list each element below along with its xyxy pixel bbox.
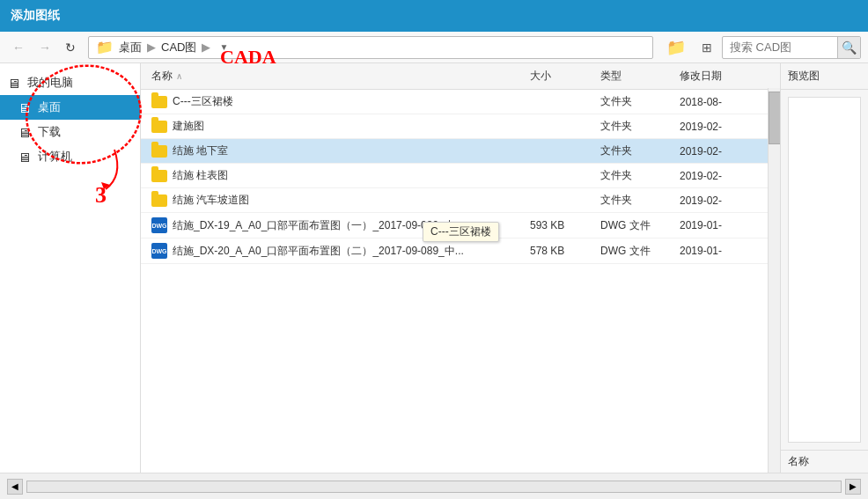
toolbar: ← → ↻ 📁 桌面 ▶ CAD图 ▶ ▼ 📁 ⊞ 🔍 bbox=[0, 32, 868, 63]
computer-icon: 🖥 bbox=[7, 76, 20, 91]
file-name-2: 建施图 bbox=[173, 119, 204, 134]
col-name[interactable]: 名称 ∧ bbox=[148, 67, 526, 85]
status-bar: ◀ ▶ bbox=[0, 473, 868, 499]
cell-date-5: 2019-02- bbox=[676, 193, 773, 209]
desktop-icon: 🖥 bbox=[18, 100, 31, 115]
preview-panel: 预览图 名称 bbox=[780, 63, 868, 473]
sidebar: 🖥 我的电脑 🖥 桌面 🖥 下载 🖥 计算机 bbox=[0, 63, 141, 473]
sidebar-item-desktop[interactable]: 🖥 桌面 bbox=[0, 95, 140, 120]
sort-indicator: ∧ bbox=[176, 71, 182, 81]
sidebar-item-downloads[interactable]: 🖥 下载 bbox=[0, 120, 140, 144]
search-button[interactable]: 🔍 bbox=[837, 37, 860, 58]
refresh-button[interactable]: ↻ bbox=[60, 37, 81, 58]
col-size[interactable]: 大小 bbox=[526, 67, 597, 85]
title-bar: 添加图纸 bbox=[0, 0, 868, 32]
cell-name: 结施 汽车坡道图 bbox=[148, 191, 526, 209]
cell-date-6: 2019-01- bbox=[676, 217, 773, 233]
preview-area bbox=[788, 97, 861, 443]
table-row[interactable]: 结施 汽车坡道图 文件夹 2019-02- bbox=[141, 188, 780, 213]
back-button[interactable]: ← bbox=[7, 37, 30, 58]
cell-type-2: 文件夹 bbox=[597, 117, 676, 136]
sidebar-label-my-computer: 我的电脑 bbox=[27, 75, 73, 91]
col-type-label: 类型 bbox=[600, 70, 622, 82]
folder-icon-1 bbox=[151, 96, 167, 108]
cell-name: 结施 柱表图 bbox=[148, 166, 526, 185]
grid-view-icon: ⊞ bbox=[702, 40, 712, 55]
cell-date-7: 2019-01- bbox=[676, 243, 773, 259]
cell-type-3: 文件夹 bbox=[597, 142, 676, 160]
view-icon-2-button[interactable]: ⊞ bbox=[695, 36, 718, 59]
vertical-scrollbar[interactable] bbox=[768, 88, 780, 473]
forward-button[interactable]: → bbox=[33, 37, 56, 58]
folder-icon-4 bbox=[151, 170, 167, 182]
file-name-4: 结施 柱表图 bbox=[173, 168, 228, 183]
folder-view-icon: 📁 bbox=[666, 39, 686, 56]
scroll-left-button[interactable]: ◀ bbox=[7, 479, 23, 495]
sidebar-label-desktop: 桌面 bbox=[38, 99, 61, 115]
cell-date-3: 2019-02- bbox=[676, 143, 773, 159]
table-row[interactable]: 结施 柱表图 文件夹 2019-02- bbox=[141, 164, 780, 188]
computer2-icon: 🖥 bbox=[18, 150, 31, 165]
cell-type-4: 文件夹 bbox=[597, 166, 676, 185]
table-row[interactable]: 结施 地下室 文件夹 2019-02- bbox=[141, 139, 780, 164]
file-area: 名称 ∧ 大小 类型 修改日期 C---三区裙楼 文件夹 2018-08- bbox=[141, 63, 780, 473]
search-input[interactable] bbox=[723, 40, 837, 54]
cell-type-7: DWG 文件 bbox=[597, 242, 676, 261]
search-box: 🔍 bbox=[722, 36, 861, 59]
cell-date-1: 2018-08- bbox=[676, 94, 773, 110]
name-label: 名称 bbox=[781, 450, 868, 473]
downloads-icon: 🖥 bbox=[18, 125, 31, 140]
col-type[interactable]: 类型 bbox=[597, 67, 676, 85]
file-name-3: 结施 地下室 bbox=[173, 143, 228, 158]
folder-icon-2 bbox=[151, 121, 167, 133]
table-row[interactable]: C---三区裙楼 文件夹 2018-08- bbox=[141, 90, 780, 114]
sidebar-label-downloads: 下载 bbox=[38, 124, 61, 140]
dwg-icon-6: DWG bbox=[151, 217, 167, 233]
scrollbar-thumb[interactable] bbox=[769, 92, 780, 144]
cell-name: 结施 地下室 bbox=[148, 142, 526, 160]
view-icon-1-button[interactable]: 📁 bbox=[660, 34, 692, 61]
cell-date-4: 2019-02- bbox=[676, 168, 773, 184]
file-name-5: 结施 汽车坡道图 bbox=[173, 193, 249, 208]
folder-icon-5 bbox=[151, 194, 167, 207]
file-name-6: 结施_DX-19_A_A0_口部平面布置图（一）_2017-09-089_中..… bbox=[173, 218, 464, 233]
cell-size-6: 593 KB bbox=[526, 217, 597, 233]
sidebar-label-computer: 计算机 bbox=[38, 149, 72, 165]
address-sep-2: ▶ bbox=[202, 40, 210, 54]
address-part-desktop: 桌面 bbox=[119, 40, 142, 55]
address-bar: 📁 桌面 ▶ CAD图 ▶ ▼ bbox=[88, 36, 653, 59]
cell-size-3 bbox=[526, 150, 597, 153]
sidebar-item-my-computer[interactable]: 🖥 我的电脑 bbox=[0, 70, 140, 95]
address-dropdown-button[interactable]: ▼ bbox=[216, 37, 232, 58]
cell-size-4 bbox=[526, 174, 597, 178]
cell-type-1: 文件夹 bbox=[597, 92, 676, 111]
col-name-label: 名称 bbox=[151, 69, 173, 84]
cell-size-2 bbox=[526, 125, 597, 128]
folder-icon-sm: 📁 bbox=[96, 39, 114, 55]
cell-type-5: 文件夹 bbox=[597, 191, 676, 209]
cell-type-6: DWG 文件 bbox=[597, 216, 676, 235]
file-list-header: 名称 ∧ 大小 类型 修改日期 bbox=[141, 63, 780, 90]
address-part-cadfolder: CAD图 bbox=[161, 40, 196, 55]
dwg-icon-7: DWG bbox=[151, 243, 167, 259]
table-row[interactable]: DWG 结施_DX-20_A_A0_口部平面布置图（二）_2017-09-089… bbox=[141, 238, 780, 264]
table-row[interactable]: 建施图 文件夹 2019-02- C---三区裙楼 bbox=[141, 114, 780, 139]
main-container: 🖥 我的电脑 🖥 桌面 🖥 下载 🖥 计算机 名称 ∧ 大小 类型 bbox=[0, 63, 868, 473]
sidebar-item-computer[interactable]: 🖥 计算机 bbox=[0, 144, 140, 169]
title-label: 添加图纸 bbox=[11, 8, 60, 24]
cell-size-1 bbox=[526, 100, 597, 104]
file-name-1: C---三区裙楼 bbox=[173, 94, 233, 109]
cell-name: DWG 结施_DX-20_A_A0_口部平面布置图（二）_2017-09-089… bbox=[148, 241, 526, 261]
col-date-label: 修改日期 bbox=[680, 70, 722, 82]
cell-name: C---三区裙楼 bbox=[148, 92, 526, 111]
horizontal-scroll-bar[interactable] bbox=[26, 481, 842, 493]
address-sep-1: ▶ bbox=[147, 40, 156, 54]
col-date[interactable]: 修改日期 bbox=[676, 67, 773, 85]
cell-name: 建施图 bbox=[148, 117, 526, 136]
scroll-right-button[interactable]: ▶ bbox=[845, 479, 861, 495]
file-name-7: 结施_DX-20_A_A0_口部平面布置图（二）_2017-09-089_中..… bbox=[173, 244, 464, 259]
preview-label: 预览图 bbox=[781, 63, 868, 90]
cell-date-2: 2019-02- bbox=[676, 119, 773, 135]
col-size-label: 大小 bbox=[530, 70, 551, 82]
folder-icon-3 bbox=[151, 145, 167, 158]
